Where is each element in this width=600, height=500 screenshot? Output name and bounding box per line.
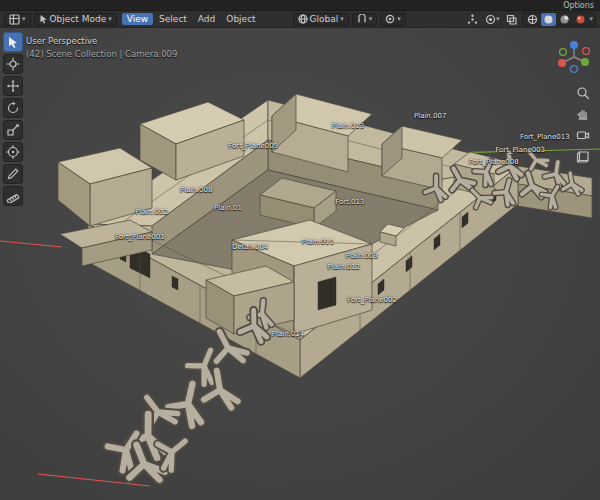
chevron-down-icon: ▾ (22, 16, 26, 23)
editor-type-dropdown[interactable]: ▾ (4, 13, 31, 26)
top-strip: Options (0, 0, 600, 11)
mode-icon (39, 14, 48, 24)
zoom-icon[interactable] (576, 86, 590, 100)
show-gizmo-button[interactable] (465, 13, 480, 26)
rotate-icon (6, 101, 20, 115)
pan-hand-icon[interactable] (576, 107, 590, 121)
tool-select-box-button[interactable] (3, 32, 23, 52)
chevron-down-icon: ▾ (340, 16, 344, 23)
move-icon (6, 79, 20, 93)
globe-icon (298, 14, 308, 24)
fort-model[interactable] (58, 94, 592, 378)
tool-rotate-button[interactable] (3, 98, 23, 118)
gizmo-negative-z-axis[interactable] (571, 66, 578, 73)
gizmo-negative-x-axis[interactable] (583, 48, 590, 55)
viewport-3d[interactable]: Plain.013Plain.007Fort_Plane013Fort_Plan… (0, 28, 600, 500)
orientation-label: Global (310, 14, 339, 24)
viewport-3d-scene[interactable] (0, 28, 600, 500)
snap-dropdown[interactable]: ▾ (352, 13, 378, 26)
mode-label: Object Mode (50, 14, 107, 24)
menu-object[interactable]: Object (221, 13, 260, 25)
shading-wireframe-icon (527, 14, 538, 25)
menu-view[interactable]: View (122, 13, 153, 25)
tool-annotate-button[interactable] (3, 164, 23, 184)
xray-toggle-button[interactable] (504, 13, 519, 26)
shading-rendered-icon (575, 14, 586, 25)
menu-add[interactable]: Add (193, 13, 220, 25)
tool-scale-button[interactable] (3, 120, 23, 140)
shading-solid-button[interactable] (541, 13, 556, 26)
gizmo-z-axis[interactable] (570, 41, 578, 49)
tool-cursor-button[interactable] (3, 54, 23, 74)
chevron-down-icon: ▾ (496, 16, 500, 23)
shading-material-icon (559, 14, 570, 25)
menu-select[interactable]: Select (154, 13, 192, 25)
xray-icon (506, 14, 517, 25)
shading-rendered-button[interactable] (573, 13, 588, 26)
overlays-icon (485, 14, 496, 25)
viewport-toolbar (3, 32, 23, 206)
shading-wireframe-button[interactable] (525, 13, 540, 26)
viewport-header: ▾ Object Mode ▾ ViewSelectAddObject Glob… (0, 11, 600, 28)
tool-measure-button[interactable] (3, 186, 23, 206)
navigation-gizmo[interactable] (555, 38, 593, 76)
blender-window: Options ▾ Object Mode ▾ ViewSelectAddObj… (0, 0, 600, 500)
measure-ruler-icon (6, 189, 20, 203)
editor-type-icon (9, 14, 20, 25)
gizmo-negative-y-axis[interactable] (560, 49, 567, 56)
orientation-dropdown[interactable]: Global ▾ (293, 13, 349, 26)
chevron-down-icon: ▾ (397, 16, 401, 23)
shading-mode-group: ▾ (522, 12, 596, 26)
perspective-toggle-icon[interactable] (576, 149, 590, 163)
proportional-edit-dropdown[interactable]: ▾ (380, 13, 406, 26)
select-box-icon (6, 35, 20, 49)
gizmo-icon (467, 14, 478, 25)
viewport-overlay-text: User Perspective (42) Scene Collection |… (26, 35, 177, 61)
x-axis-line (0, 241, 62, 247)
camera-view-icon[interactable] (576, 128, 590, 142)
transform-icon (6, 145, 20, 159)
options-dropdown[interactable]: Options (563, 1, 594, 10)
scale-icon (6, 123, 20, 137)
chevron-down-icon: ▾ (369, 16, 373, 23)
chevron-down-icon: ▾ (589, 16, 593, 23)
cursor-icon (6, 57, 20, 71)
shading-solid-icon (543, 14, 554, 25)
chevron-down-icon: ▾ (108, 16, 112, 23)
mode-dropdown[interactable]: Object Mode ▾ (34, 13, 117, 26)
gizmo-x-axis[interactable] (558, 59, 566, 67)
proportional-icon (385, 14, 395, 24)
tool-transform-button[interactable] (3, 142, 23, 162)
overlays-dropdown[interactable]: ▾ (483, 13, 502, 26)
magnet-icon (357, 14, 367, 24)
annotate-pencil-icon (6, 167, 20, 181)
viewport-nav-controls (576, 86, 590, 163)
perspective-label: User Perspective (26, 35, 177, 48)
gizmo-y-axis[interactable] (581, 58, 589, 66)
header-menus: ViewSelectAddObject (122, 13, 261, 25)
shading-material-button[interactable] (557, 13, 572, 26)
tool-move-button[interactable] (3, 76, 23, 96)
collection-label: (42) Scene Collection | Camera.009 (26, 48, 177, 61)
